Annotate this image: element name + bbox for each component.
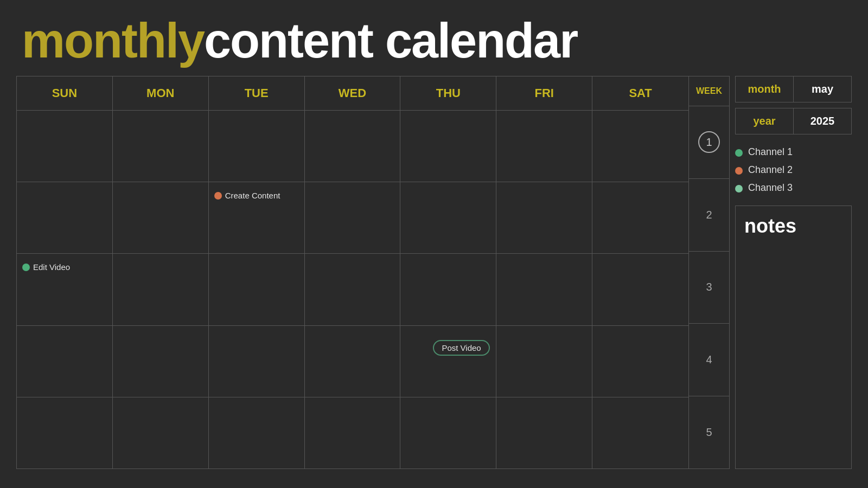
- week-column: WEEK 1 2 3 4 5: [689, 76, 730, 469]
- cell-r5-tue: [209, 397, 305, 468]
- cell-r4-mon: [113, 326, 209, 397]
- cell-r1-sun: [17, 111, 113, 182]
- event-label-create: Create Content: [225, 191, 280, 200]
- cell-r4-sat: [592, 326, 688, 397]
- week-1: 1: [689, 106, 729, 179]
- cell-r4-tue: [209, 326, 305, 397]
- cell-r2-sun: [17, 182, 113, 253]
- day-tue: TUE: [209, 76, 305, 110]
- cell-r5-mon: [113, 397, 209, 468]
- week-header-label: WEEK: [689, 76, 729, 106]
- cell-r4-fri: [496, 326, 592, 397]
- cell-r5-wed: [305, 397, 401, 468]
- right-panel: month may year 2025 Channel 1 Channel 2 …: [735, 76, 852, 469]
- dot-orange-create: [214, 192, 222, 200]
- notes-title: notes: [744, 215, 843, 237]
- calendar-body: Create Content Edit Video: [17, 111, 688, 468]
- day-mon: MON: [113, 76, 209, 110]
- channel-1-item: Channel 1: [735, 146, 852, 158]
- calendar-header: SUN MON TUE WED THU FRI SAT: [17, 76, 688, 111]
- month-label: month: [736, 76, 794, 102]
- cell-r3-sat: [592, 254, 688, 325]
- cell-r3-tue: [209, 254, 305, 325]
- cell-r4-thu: Post Video: [400, 326, 496, 397]
- event-create-content: Create Content: [214, 191, 299, 200]
- cell-r1-mon: [113, 111, 209, 182]
- title-monthly: monthly: [22, 14, 204, 68]
- cell-r2-thu: [400, 182, 496, 253]
- cell-r5-fri: [496, 397, 592, 468]
- channel-3-label: Channel 3: [748, 182, 793, 194]
- week-2: 2: [689, 179, 729, 252]
- day-fri: FRI: [496, 76, 592, 110]
- cell-r3-mon: [113, 254, 209, 325]
- channel-1-dot: [735, 149, 743, 157]
- cell-r3-wed: [305, 254, 401, 325]
- cell-r5-sat: [592, 397, 688, 468]
- day-wed: WED: [305, 76, 401, 110]
- cell-r4-wed: [305, 326, 401, 397]
- cell-r1-tue: [209, 111, 305, 182]
- cell-r1-wed: [305, 111, 401, 182]
- main-layout: SUN MON TUE WED THU FRI SAT: [0, 76, 868, 480]
- cell-r2-tue: Create Content: [209, 182, 305, 253]
- month-value: may: [794, 76, 851, 102]
- channel-1-label: Channel 1: [748, 146, 793, 158]
- year-selector[interactable]: year 2025: [735, 108, 852, 134]
- cell-r2-sat: [592, 182, 688, 253]
- channel-2-dot: [735, 167, 743, 175]
- channel-2-label: Channel 2: [748, 164, 793, 176]
- channel-3-dot: [735, 185, 743, 192]
- week-1-circle: 1: [698, 131, 720, 153]
- cell-r5-thu: [400, 397, 496, 468]
- cell-r5-sun: [17, 397, 113, 468]
- channel-3-item: Channel 3: [735, 182, 852, 194]
- week-3: 3: [689, 252, 729, 324]
- cell-r2-wed: [305, 182, 401, 253]
- calendar-row-3: Edit Video: [17, 254, 688, 325]
- channels-section: Channel 1 Channel 2 Channel 3: [735, 140, 852, 200]
- month-selector[interactable]: month may: [735, 76, 852, 102]
- calendar-row-5: [17, 397, 688, 468]
- cell-r1-sat: [592, 111, 688, 182]
- cell-r3-thu: [400, 254, 496, 325]
- channel-2-item: Channel 2: [735, 164, 852, 176]
- year-value: 2025: [794, 108, 851, 134]
- dot-green-edit: [22, 264, 30, 271]
- week-5: 5: [689, 396, 729, 468]
- day-thu: THU: [400, 76, 496, 110]
- cell-r4-sun: [17, 326, 113, 397]
- cell-r2-fri: [496, 182, 592, 253]
- event-post-video: Post Video: [433, 340, 489, 356]
- day-sat: SAT: [592, 76, 688, 110]
- calendar-grid: SUN MON TUE WED THU FRI SAT: [16, 76, 689, 469]
- event-label-edit: Edit Video: [33, 262, 70, 272]
- cell-r1-fri: [496, 111, 592, 182]
- cell-r3-fri: [496, 254, 592, 325]
- calendar-row-1: [17, 111, 688, 182]
- notes-section[interactable]: notes: [735, 206, 852, 469]
- event-edit-video: Edit Video: [22, 262, 107, 272]
- page-title: monthlycontent calendar: [0, 0, 868, 76]
- week-4: 4: [689, 324, 729, 396]
- cell-r2-mon: [113, 182, 209, 253]
- calendar-row-4: Post Video: [17, 326, 688, 397]
- cell-r3-sun: Edit Video: [17, 254, 113, 325]
- title-rest: content calendar: [204, 14, 577, 68]
- year-label: year: [736, 108, 794, 134]
- cell-r1-thu: [400, 111, 496, 182]
- calendar-row-2: Create Content: [17, 182, 688, 254]
- day-sun: SUN: [17, 76, 113, 110]
